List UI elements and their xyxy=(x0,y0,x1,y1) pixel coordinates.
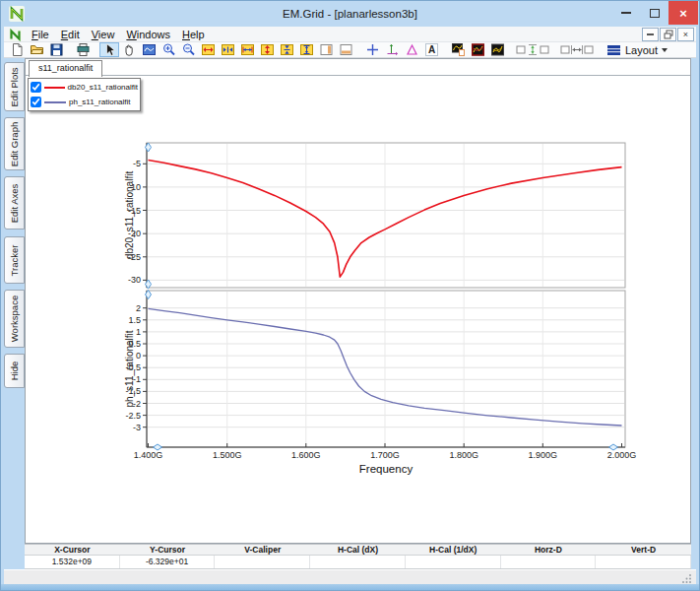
legend-row-db20: db20_s11_rationalfit xyxy=(31,80,138,95)
plot-frame xyxy=(147,143,625,288)
legend-checkbox-ph[interactable] xyxy=(31,97,41,107)
status-header-v-caliper: V-Caliper xyxy=(215,545,310,556)
plot-area[interactable]: -5-10-15-20-25-30db20_s11_rationalfit21.… xyxy=(26,76,692,545)
layout-menu-button[interactable]: Layout xyxy=(603,42,671,57)
status-header-h-cal-dx: H-Cal (dX) xyxy=(310,545,406,556)
sidebar-tab-workspace[interactable]: Workspace xyxy=(4,290,25,348)
status-header-h-cal-1dx: H-Cal (1/dX) xyxy=(406,545,501,556)
add-axes-marker-button[interactable] xyxy=(382,42,402,57)
legend-label: db20_s11_rationalfit xyxy=(68,83,138,92)
y-tick-label: -3 xyxy=(133,423,141,432)
new-file-button[interactable] xyxy=(7,42,27,57)
status-header-x-cursor: X-Cursor xyxy=(25,545,120,556)
window-title: EM.Grid - [planarlesson3b] xyxy=(1,1,699,27)
new-plot-window-button[interactable] xyxy=(448,42,468,57)
window-bottom-border xyxy=(1,584,699,590)
minimize-button[interactable] xyxy=(611,1,640,25)
maximize-plot-button[interactable] xyxy=(468,42,487,57)
menu-view[interactable]: View xyxy=(86,29,121,40)
dropdown-caret-icon xyxy=(662,48,668,52)
status-value-x-cursor: 1.532e+09 xyxy=(25,556,120,568)
sidebar-tab-edit-plots[interactable]: Edit Plots xyxy=(4,62,25,111)
menu-edit[interactable]: Edit xyxy=(55,29,86,40)
sidebar-tab-hide[interactable]: Hide xyxy=(4,354,25,388)
legend-box: db20_s11_rationalfit ph_s11_rationalfit xyxy=(28,78,141,111)
plot-panel: s11_rationalfit -5-10-15-20-25-30db20_s1… xyxy=(25,58,691,544)
legend-line-sample-blue xyxy=(44,101,66,103)
overlay-plots-button[interactable] xyxy=(487,42,507,57)
add-text-button[interactable]: A xyxy=(421,42,441,57)
zoom-region-button[interactable] xyxy=(139,42,159,57)
full-x-button[interactable] xyxy=(237,42,257,57)
legend-label: ph_s11_rationalfit xyxy=(69,98,131,106)
doc-tab-s11-rationalfit[interactable]: s11_rationalfit xyxy=(29,60,102,77)
add-cursor-button[interactable] xyxy=(362,42,382,57)
resize-grip[interactable] xyxy=(682,573,692,583)
pan-tool-button[interactable] xyxy=(119,42,139,57)
layout-label: Layout xyxy=(625,44,658,56)
close-button[interactable]: × xyxy=(668,1,698,25)
add-delta-marker-button[interactable] xyxy=(402,42,421,57)
layout-icon xyxy=(606,42,621,57)
legend-checkbox-db20[interactable] xyxy=(31,82,41,93)
x-tick-label: 1.400G xyxy=(134,450,163,460)
status-value-h-cal-1dx xyxy=(406,556,501,568)
zoom-in-button[interactable] xyxy=(159,42,178,57)
expand-x-button[interactable] xyxy=(198,42,218,57)
status-value-horz-d xyxy=(501,556,597,568)
sidebar-tab-tracker[interactable]: Tracker xyxy=(4,236,25,284)
open-file-button[interactable] xyxy=(27,42,46,57)
mdi-minimize-button[interactable] xyxy=(642,28,659,41)
mdi-close-button[interactable]: × xyxy=(677,28,694,41)
doc-tab-bar: s11_rationalfit xyxy=(26,59,690,76)
status-value-h-cal-dx xyxy=(310,556,406,568)
split-vertical-button[interactable] xyxy=(316,42,336,57)
x-tick-label: 1.700G xyxy=(370,450,400,460)
print-button[interactable] xyxy=(73,42,93,57)
split-horizontal-button[interactable] xyxy=(336,42,355,57)
axis-handle xyxy=(146,143,152,152)
distribute-horizontal-button[interactable] xyxy=(558,42,596,57)
plot-frame xyxy=(147,291,625,447)
x-axis-label: Frequency xyxy=(359,463,414,475)
y-axis-title: ph_s11_rationalfit xyxy=(124,330,135,407)
mdi-restore-button[interactable] xyxy=(660,28,676,41)
x-tick-label: 1.900G xyxy=(529,450,558,460)
menu-windows[interactable]: Windows xyxy=(120,29,176,40)
x-tick-label: 1.500G xyxy=(213,450,242,460)
zoom-out-button[interactable] xyxy=(178,42,198,57)
toolbar: A Layout xyxy=(4,42,696,58)
y-tick-label: -30 xyxy=(128,275,141,285)
y-axis-title: db20_s11_rationalfit xyxy=(124,171,135,260)
x-tick-label: 2.000G xyxy=(607,450,637,460)
y-tick-label: 2 xyxy=(136,303,141,313)
status-value-row: 1.532e+09 -6.329e+01 xyxy=(25,556,691,569)
app-logo-icon-small xyxy=(9,28,22,40)
y-tick-label: -2.5 xyxy=(125,411,141,421)
sidebar-tab-edit-graph[interactable]: Edit Graph xyxy=(4,117,25,170)
full-y-button[interactable] xyxy=(296,42,316,57)
x-tick-label: 1.600G xyxy=(291,450,321,460)
x-tick-label: 1.800G xyxy=(449,450,478,460)
legend-line-sample-red xyxy=(44,87,65,89)
status-header-row: X-Cursor Y-Cursor V-Caliper H-Cal (dX) H… xyxy=(25,544,691,556)
menu-file[interactable]: File xyxy=(26,29,55,40)
title-bar: EM.Grid - [planarlesson3b] × xyxy=(1,1,699,27)
compress-x-button[interactable] xyxy=(218,42,237,57)
status-value-y-cursor: -6.329e+01 xyxy=(120,556,216,568)
status-header-y-cursor: Y-Cursor xyxy=(120,545,216,556)
y-tick-label: -5 xyxy=(133,159,141,168)
distribute-vertical-button[interactable] xyxy=(514,42,551,57)
status-value-v-caliper xyxy=(215,556,310,568)
status-header-horz-d: Horz-D xyxy=(501,545,597,556)
save-button[interactable] xyxy=(46,42,66,57)
compress-y-button[interactable] xyxy=(277,42,296,57)
menu-bar: File Edit View Windows Help × xyxy=(4,27,696,42)
y-tick-label: 1.5 xyxy=(128,315,141,325)
menu-help[interactable]: Help xyxy=(176,29,211,40)
select-tool-button[interactable] xyxy=(99,42,119,57)
maximize-button[interactable] xyxy=(640,1,668,25)
sidebar-tab-edit-axes[interactable]: Edit Axes xyxy=(4,176,25,230)
expand-y-button[interactable] xyxy=(257,42,277,57)
axis-handle xyxy=(146,291,152,299)
